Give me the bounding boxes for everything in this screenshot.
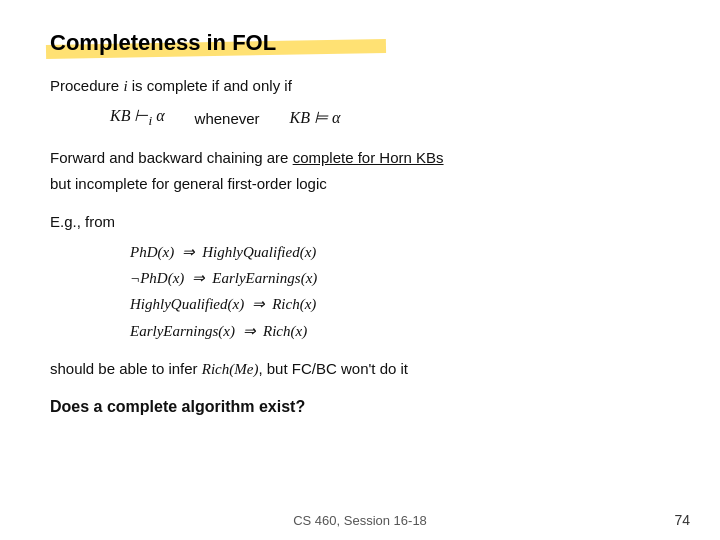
section-chaining: Forward and backward chaining are comple…	[50, 146, 670, 196]
title-bar: Completeness in FOL	[50, 30, 670, 56]
procedure-prefix: Procedure	[50, 77, 123, 94]
formula-3: HighlyQualified(x) ⇒ Rich(x)	[130, 293, 670, 316]
section-question: Does a complete algorithm exist?	[50, 395, 670, 420]
procedure-text: Procedure i is complete if and only if	[50, 74, 670, 98]
rich-me: Rich(Me)	[202, 361, 259, 377]
whenever-label: whenever	[195, 107, 260, 130]
slide: Completeness in FOL Procedure i is compl…	[0, 0, 720, 540]
footer-bar: CS 460, Session 16-18	[0, 513, 720, 528]
question-text: Does a complete algorithm exist?	[50, 395, 670, 420]
formula-1: PhD(x) ⇒ HighlyQualified(x)	[130, 241, 670, 264]
formula-4: EarlyEarnings(x) ⇒ Rich(x)	[130, 320, 670, 343]
section-procedure: Procedure i is complete if and only if K…	[50, 74, 670, 132]
infer-line: should be able to infer Rich(Me), but FC…	[50, 357, 670, 381]
section-example: E.g., from PhD(x) ⇒ HighlyQualified(x) ¬…	[50, 210, 670, 343]
kb-proves: KB ⊢i α	[110, 104, 165, 132]
iff-formula-line: KB ⊢i α whenever KB ⊨ α	[110, 104, 670, 132]
kb-entails: KB ⊨ α	[290, 106, 341, 131]
chaining-line1: Forward and backward chaining are comple…	[50, 146, 670, 169]
procedure-suffix: is complete if and only if	[128, 77, 292, 94]
footer-label: CS 460, Session 16-18	[293, 513, 427, 528]
chaining-line2: but incomplete for general first-order l…	[50, 172, 670, 195]
example-intro: E.g., from	[50, 210, 670, 233]
chaining-underline: complete for Horn KBs	[293, 149, 444, 166]
page-number: 74	[674, 512, 690, 528]
slide-title: Completeness in FOL	[50, 30, 276, 56]
slide-content: Procedure i is complete if and only if K…	[50, 74, 670, 420]
formula-block: PhD(x) ⇒ HighlyQualified(x) ¬PhD(x) ⇒ Ea…	[130, 241, 670, 343]
section-infer: should be able to infer Rich(Me), but FC…	[50, 357, 670, 381]
formula-2: ¬PhD(x) ⇒ EarlyEarnings(x)	[130, 267, 670, 290]
